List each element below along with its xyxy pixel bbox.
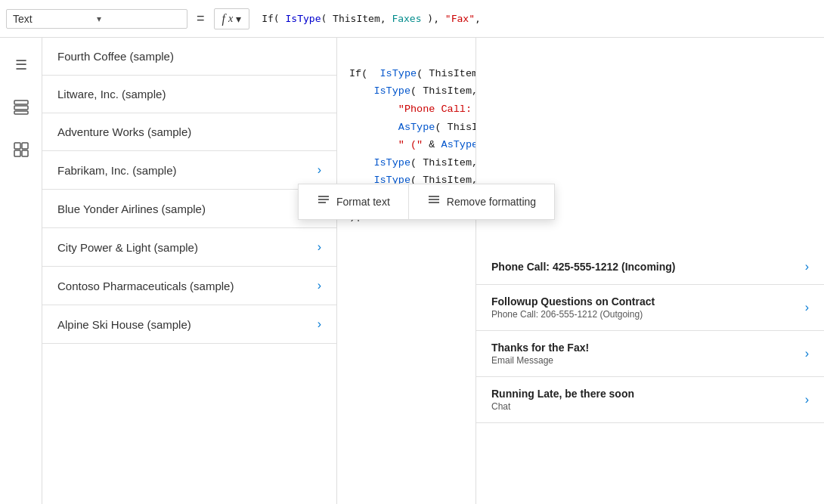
list-item[interactable]: Fourth Coffee (sample) › bbox=[42, 38, 336, 76]
right-panel-item[interactable]: Followup Questions on Contract Phone Cal… bbox=[476, 285, 824, 331]
layers-icon[interactable] bbox=[9, 95, 33, 119]
code-editor[interactable]: If( IsType( ThisItem, Faxes ), "Fax", Is… bbox=[337, 38, 476, 504]
right-item-chevron-icon: › bbox=[805, 260, 809, 274]
list-item[interactable]: Fabrikam, Inc. (sample) › bbox=[42, 151, 336, 190]
list-item-chevron-icon: › bbox=[318, 279, 321, 292]
format-text-icon bbox=[317, 193, 330, 210]
format-text-item[interactable]: Format text bbox=[299, 184, 409, 219]
right-item-content: Phone Call: 425-555-1212 (Incoming) bbox=[491, 261, 805, 273]
list-item-label: Fabrikam, Inc. (sample) bbox=[57, 164, 177, 177]
fx-button[interactable]: fx ▾ bbox=[214, 8, 250, 29]
right-panel-item[interactable]: Running Late, be there soon Chat › bbox=[476, 377, 824, 423]
svg-rect-6 bbox=[22, 150, 28, 156]
format-text-label: Format text bbox=[336, 196, 390, 208]
right-item-subtitle: Email Message bbox=[491, 355, 805, 366]
svg-rect-5 bbox=[14, 150, 20, 156]
fx-x: x bbox=[228, 13, 233, 25]
grid-icon[interactable] bbox=[9, 138, 33, 162]
list-item[interactable]: Litware, Inc. (sample) › bbox=[42, 76, 336, 113]
right-item-chevron-icon: › bbox=[805, 347, 809, 360]
list-item-label: Alpine Ski House (sample) bbox=[57, 318, 191, 331]
svg-rect-1 bbox=[14, 106, 28, 110]
right-item-title: Followup Questions on Contract bbox=[491, 295, 805, 308]
hamburger-icon[interactable]: ☰ bbox=[9, 53, 33, 77]
right-item-chevron-icon: › bbox=[805, 393, 809, 407]
right-item-subtitle: Chat bbox=[491, 401, 805, 412]
list-item[interactable]: Contoso Pharmaceuticals (sample) › bbox=[42, 267, 336, 305]
list-item-label: Adventure Works (sample) bbox=[57, 125, 191, 138]
right-panel-item[interactable]: Thanks for the Fax! Email Message › bbox=[476, 331, 824, 377]
sidebar-icons: ☰ bbox=[0, 38, 42, 504]
list-item-label: Litware, Inc. (sample) bbox=[57, 88, 166, 100]
right-item-title: Thanks for the Fax! bbox=[491, 342, 805, 354]
right-panel: Phone Call: 425-555-1212 (Incoming) › Fo… bbox=[476, 38, 824, 504]
field-chevron-icon: ▾ bbox=[97, 14, 181, 24]
dropdown-menu: Format text Remove formatting bbox=[298, 184, 555, 220]
right-item-content: Running Late, be there soon Chat bbox=[491, 388, 805, 412]
field-selector[interactable]: Text ▾ bbox=[6, 9, 187, 29]
right-item-content: Followup Questions on Contract Phone Cal… bbox=[491, 295, 805, 320]
list-item[interactable]: Alpine Ski House (sample) › bbox=[42, 305, 336, 344]
list-item-label: Contoso Pharmaceuticals (sample) bbox=[57, 280, 234, 292]
top-bar: Text ▾ = fx ▾ If( IsType( ThisItem, Faxe… bbox=[0, 0, 824, 38]
list-item[interactable]: Blue Yonder Airlines (sample) › bbox=[42, 190, 336, 228]
equals-sign: = bbox=[194, 11, 208, 26]
remove-formatting-label: Remove formatting bbox=[447, 196, 536, 208]
remove-formatting-item[interactable]: Remove formatting bbox=[409, 184, 554, 219]
right-item-chevron-icon: › bbox=[805, 301, 809, 314]
svg-rect-2 bbox=[14, 111, 28, 114]
formula-preview[interactable]: If( IsType( ThisItem, Faxes ), "Fax", bbox=[256, 13, 818, 24]
list-item-chevron-icon: › bbox=[318, 240, 321, 254]
list-item-chevron-icon: › bbox=[318, 163, 321, 177]
svg-rect-0 bbox=[14, 100, 28, 104]
list-item-label: Fourth Coffee (sample) bbox=[57, 50, 174, 63]
list-item-label: City Power & Light (sample) bbox=[57, 241, 198, 254]
right-item-title: Running Late, be there soon bbox=[491, 388, 805, 400]
right-item-subtitle: Phone Call: 206-555-1212 (Outgoing) bbox=[491, 309, 805, 320]
list-item-label: Blue Yonder Airlines (sample) bbox=[57, 203, 206, 215]
field-label: Text bbox=[13, 13, 97, 25]
svg-rect-3 bbox=[14, 143, 20, 149]
right-item-content: Thanks for the Fax! Email Message bbox=[491, 342, 805, 366]
list-item-chevron-icon: › bbox=[318, 317, 321, 331]
list-item[interactable]: City Power & Light (sample) › bbox=[42, 228, 336, 267]
right-panel-item[interactable]: Phone Call: 425-555-1212 (Incoming) › bbox=[476, 249, 824, 285]
right-item-title: Phone Call: 425-555-1212 (Incoming) bbox=[491, 261, 805, 273]
remove-formatting-icon bbox=[427, 193, 441, 210]
list-panel: Fourth Coffee (sample) › Litware, Inc. (… bbox=[42, 38, 337, 504]
fx-chevron-icon: ▾ bbox=[236, 13, 241, 25]
list-item[interactable]: Adventure Works (sample) › bbox=[42, 113, 336, 151]
svg-rect-4 bbox=[22, 143, 28, 149]
fx-label: f bbox=[222, 12, 225, 26]
main-layout: ☰ Fourth Coffee (sample) › Litware, Inc.… bbox=[0, 38, 824, 504]
